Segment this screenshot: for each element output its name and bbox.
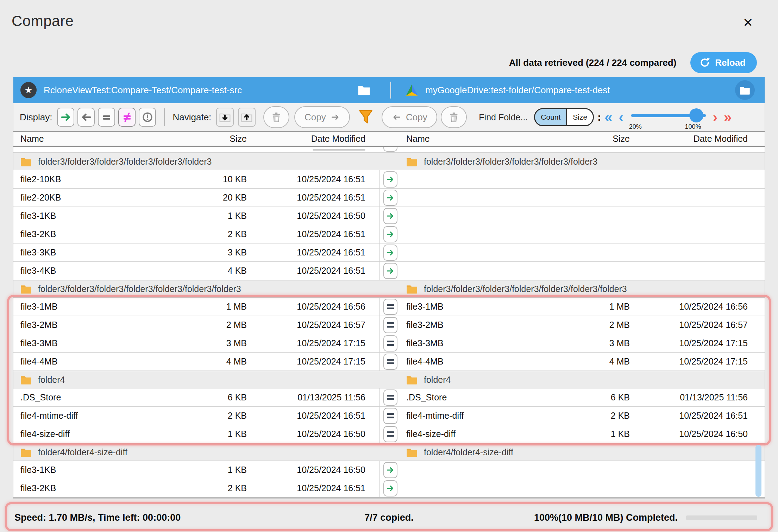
left-cells: file2-20KB 20 KB 10/25/2024 16:51 <box>13 189 379 207</box>
left-cells: file4-mtime-diff 2 KB 10/25/2024 16:51 <box>13 407 379 425</box>
col-name-right[interactable]: Name <box>406 134 588 144</box>
delete-dest-button[interactable] <box>441 106 467 128</box>
left-cells: file3-1MB 1 MB 10/25/2024 16:56 <box>13 298 379 316</box>
file-row[interactable]: file4-4MB 4 MB 10/25/2024 17:15 file4-4M… <box>13 353 765 371</box>
left-cells: file3-2MB 2 MB 10/25/2024 16:57 <box>13 316 379 334</box>
right-cells: file3-1MB 1 MB 10/25/2024 16:56 <box>401 298 765 316</box>
folder-row[interactable]: folder4 folder4 <box>13 371 765 388</box>
file-size: 10 KB <box>205 174 247 184</box>
prev-page-icon[interactable]: ‹ <box>619 110 623 124</box>
equal-icon <box>383 426 397 442</box>
last-page-icon[interactable]: » <box>724 110 732 124</box>
file-row[interactable]: file3-2KB 2 KB 10/25/2024 16:51 <box>13 479 765 498</box>
file-name: file3-1KB <box>20 465 205 475</box>
reload-button[interactable]: Reload <box>690 52 757 73</box>
filter-error-button[interactable] <box>139 108 156 127</box>
file-row[interactable]: file3-3KB 3 KB 10/25/2024 16:51 <box>13 243 765 262</box>
zoom-slider-thumb[interactable] <box>689 108 703 122</box>
navigate-up-button[interactable] <box>238 108 256 127</box>
right-cells <box>401 243 765 261</box>
file-size: 3 KB <box>205 247 247 258</box>
filter-funnel-icon[interactable] <box>358 109 373 125</box>
zoom-min-label: 20% <box>629 123 642 131</box>
filter-equal-button[interactable] <box>98 108 115 127</box>
next-page-icon[interactable]: › <box>713 110 717 124</box>
copy-right-label: Copy <box>305 112 326 123</box>
right-cells <box>401 207 765 225</box>
file-size: 2 KB <box>205 411 247 421</box>
file-date: 10/25/2024 17:15 <box>630 356 748 367</box>
folder-row[interactable]: folder3/folder3/folder3/folder3/folder3/… <box>13 280 765 298</box>
file-date: 10/25/2024 16:51 <box>247 192 365 203</box>
status-bar: Speed: 1.70 MB/s, Time left: 00:00:00 7/… <box>13 506 765 530</box>
toggle-count[interactable]: Count <box>535 109 567 125</box>
file-row[interactable]: .DS_Store 6 KB 01/13/2025 11:56 .DS_Stor… <box>13 388 765 407</box>
file-row[interactable]: file3-3MB 3 MB 10/25/2024 17:15 file3-3M… <box>13 334 765 353</box>
file-date: 10/25/2024 16:50 <box>630 429 748 439</box>
file-date: 01/13/2025 11:56 <box>630 392 748 403</box>
file-row[interactable]: file3-1KB 1 KB 10/25/2024 16:50 <box>13 461 765 479</box>
equal-icon <box>383 408 397 424</box>
file-name: file3-2KB <box>20 483 205 493</box>
filter-not-equal-button[interactable] <box>118 108 136 127</box>
file-name: file4-4MB <box>20 356 205 367</box>
col-name-left[interactable]: Name <box>20 134 205 144</box>
right-cells <box>401 225 765 243</box>
file-name: file3-1MB <box>20 302 205 312</box>
copy-left-button[interactable]: Copy <box>382 106 437 128</box>
col-size-left[interactable]: Size <box>205 134 247 144</box>
folder-row[interactable]: folder3/folder3/folder3/folder3/folder3/… <box>13 153 765 170</box>
file-row[interactable]: file3-2KB 2 KB 10/25/2024 16:51 <box>13 225 765 243</box>
file-row[interactable]: file3-2MB 2 MB 10/25/2024 16:57 file3-2M… <box>13 316 765 334</box>
file-name: file4-size-diff <box>406 429 588 439</box>
column-headers: Name Size Date Modified Name Size Date M… <box>13 132 765 147</box>
file-size: 6 KB <box>205 392 247 403</box>
toggle-size[interactable]: Size <box>567 109 593 125</box>
vertical-scrollbar-thumb[interactable] <box>755 445 761 497</box>
copy-right-button[interactable]: Copy <box>294 106 350 128</box>
folder-icon <box>406 448 418 457</box>
count-size-toggle: Count Size <box>534 108 594 126</box>
right-cells: file3-3MB 3 MB 10/25/2024 17:15 <box>401 334 765 352</box>
file-name: .DS_Store <box>406 392 588 403</box>
right-cells <box>401 262 765 280</box>
copy-right-icon <box>383 190 397 206</box>
col-date-left[interactable]: Date Modified <box>247 134 365 144</box>
file-size: 1 KB <box>205 465 247 475</box>
right-cells <box>401 461 765 479</box>
file-date: 01/13/2025 11:56 <box>247 392 365 403</box>
file-date: 10/25/2024 16:51 <box>247 174 365 184</box>
file-name: file3-3KB <box>20 247 205 258</box>
file-row[interactable]: file3-1MB 1 MB 10/25/2024 16:56 file3-1M… <box>13 298 765 316</box>
file-row[interactable]: file4-mtime-diff 2 KB 10/25/2024 16:51 f… <box>13 407 765 425</box>
file-row[interactable]: file2-10KB 10 KB 10/25/2024 16:51 <box>13 170 765 189</box>
col-size-right[interactable]: Size <box>588 134 630 144</box>
folder-name: folder3/folder3/folder3/folder3/folder3/… <box>424 284 627 294</box>
col-date-right[interactable]: Date Modified <box>630 134 748 144</box>
folder-row[interactable]: folder4/folder4-size-diff folder4/folder… <box>13 443 765 461</box>
completed-status: 100%(10 MB/10 MB) Completed. <box>534 512 678 523</box>
folder-icon <box>406 284 418 294</box>
close-icon[interactable]: × <box>743 14 753 30</box>
speed-status: Speed: 1.70 MB/s, Time left: 00:00:00 <box>13 512 364 523</box>
folder-name: folder4 <box>38 375 65 385</box>
filter-copy-right-button[interactable] <box>57 108 74 127</box>
file-row[interactable]: file3-4KB 4 KB 10/25/2024 16:51 <box>13 262 765 280</box>
file-row[interactable]: file3-1KB 1 KB 10/25/2024 16:50 <box>13 207 765 225</box>
pane-header: ★ RcloneViewTest:Compare-Test/Compare-te… <box>13 77 765 103</box>
source-folder-icon[interactable] <box>358 85 370 95</box>
file-row[interactable]: file4-size-diff 1 KB 10/25/2024 16:50 fi… <box>13 425 765 443</box>
left-cells: file3-3MB 3 MB 10/25/2024 17:15 <box>13 334 379 352</box>
left-cells: file3-2KB 2 KB 10/25/2024 16:51 <box>13 479 379 497</box>
first-page-icon[interactable]: « <box>604 110 612 124</box>
file-row[interactable]: file2-20KB 20 KB 10/25/2024 16:51 <box>13 189 765 207</box>
right-cells <box>401 189 765 207</box>
file-name: file3-4KB <box>20 266 205 276</box>
navigate-down-button[interactable] <box>216 108 234 127</box>
dest-folder-icon[interactable] <box>735 80 755 100</box>
file-size: 3 MB <box>205 338 247 348</box>
filter-copy-left-button[interactable] <box>77 108 95 127</box>
delete-source-button[interactable] <box>263 106 289 128</box>
folder-icon <box>20 375 32 385</box>
find-folder-button[interactable]: Find Folde... <box>479 112 528 122</box>
